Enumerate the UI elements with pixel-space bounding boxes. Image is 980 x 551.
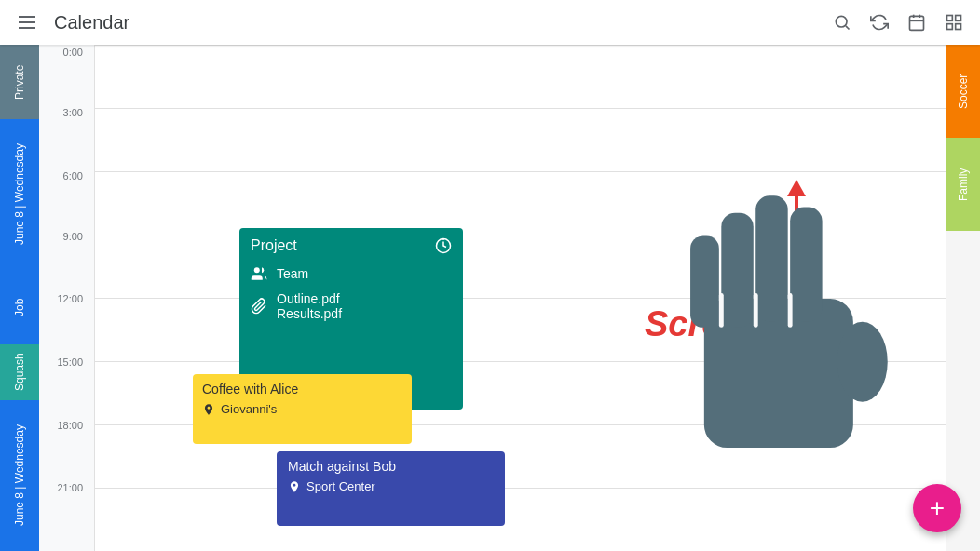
time-0: 0:00 (39, 47, 90, 58)
event-match-title: Match against Bob (288, 459, 494, 474)
svg-point-0 (836, 16, 847, 27)
hour-line-5 (95, 361, 946, 362)
label-june-top: June 8 | Wednesday (0, 119, 39, 270)
svg-rect-18 (755, 195, 787, 321)
time-15: 15:00 (39, 356, 90, 368)
svg-point-11 (254, 267, 260, 273)
label-private: Private (0, 45, 39, 119)
label-june-bottom: June 8 | Wednesday (0, 400, 39, 551)
event-match[interactable]: Match against Bob Sport Center (277, 451, 505, 526)
label-job: Job (0, 270, 39, 344)
app-title: Calendar (54, 12, 816, 34)
hour-line-1 (95, 108, 946, 109)
label-soccer: Soccer (946, 45, 980, 138)
time-column: 0:00 3:00 6:00 9:00 12:00 15:00 18:00 21… (39, 45, 95, 551)
hand-svg (663, 184, 905, 482)
svg-rect-20 (690, 235, 719, 327)
finger-dot (796, 287, 812, 303)
hamburger-menu[interactable] (15, 12, 39, 33)
hand-container: Scroll (645, 166, 905, 482)
hour-line-2 (95, 171, 946, 172)
right-sidebar: Soccer Family (946, 45, 980, 551)
time-3: 3:00 (39, 107, 90, 118)
arrow-down-icon (783, 361, 810, 426)
left-labels: Private June 8 | Wednesday Job Squash Ju… (0, 45, 39, 551)
svg-rect-9 (956, 24, 961, 30)
event-coffee[interactable]: Coffee with Alice Giovanni's (193, 374, 412, 444)
event-coffee-location: Giovanni's (202, 402, 402, 416)
svg-rect-16 (704, 299, 853, 448)
location-icon (202, 403, 215, 416)
time-6: 6:00 (39, 170, 90, 181)
time-12: 12:00 (39, 293, 90, 304)
svg-rect-7 (956, 16, 961, 21)
svg-rect-17 (790, 208, 822, 322)
label-family: Family (946, 138, 980, 231)
svg-line-1 (846, 26, 850, 30)
search-icon[interactable] (831, 11, 853, 34)
main-content: Private June 8 | Wednesday Job Squash Ju… (0, 45, 980, 551)
location-icon-match (288, 480, 301, 493)
attachment-icon (251, 298, 267, 315)
fab-add-button[interactable]: + (913, 484, 961, 532)
hour-line-4 (95, 298, 946, 299)
hour-line-3 (95, 235, 946, 235)
team-icon (251, 265, 267, 282)
scroll-label: Scroll (645, 304, 743, 344)
svg-rect-19 (721, 213, 753, 328)
event-project-team: Team (251, 265, 452, 282)
hour-line-7 (95, 488, 946, 489)
time-18: 18:00 (39, 420, 90, 431)
event-project-files: Outline.pdf Results.pdf (251, 291, 452, 321)
event-coffee-title: Coffee with Alice (202, 382, 402, 396)
svg-rect-8 (947, 24, 953, 30)
topbar: Calendar (0, 0, 980, 45)
svg-marker-13 (787, 180, 806, 196)
hour-line-0 (95, 45, 946, 46)
grid-icon[interactable] (943, 11, 965, 34)
sync-icon[interactable] (868, 11, 891, 34)
topbar-icons (831, 11, 965, 34)
event-project-title: Project (251, 237, 452, 254)
svg-rect-2 (910, 16, 924, 30)
time-9: 9:00 (39, 231, 90, 242)
scroll-gesture: Scroll (542, 101, 946, 547)
calendar-icon[interactable] (905, 11, 928, 34)
calendar-area: Project Team Outline.pdf Results.pdf Cof… (95, 45, 946, 551)
label-squash: Squash (0, 344, 39, 400)
svg-rect-6 (947, 16, 953, 21)
time-21: 21:00 (39, 482, 90, 493)
event-match-location: Sport Center (288, 479, 494, 493)
